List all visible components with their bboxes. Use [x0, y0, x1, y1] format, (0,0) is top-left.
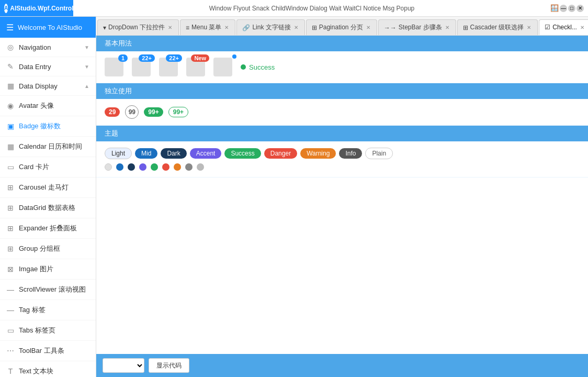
- badge-wrap-2: 22+: [132, 58, 151, 76]
- tab-close-checklist[interactable]: ✕: [579, 24, 585, 31]
- tab-link[interactable]: 🔗 Link 文字链接 ✕: [236, 19, 304, 35]
- theme-badge-accent[interactable]: Accent: [190, 148, 222, 159]
- sidebar-item-badge[interactable]: ▣ Badge 徽标数: [0, 116, 96, 137]
- app-container: ☰ Welcome To AIStudio ◎ Navigation ▼ ✎ D…: [0, 17, 588, 377]
- minimize-button[interactable]: —: [560, 5, 567, 12]
- theme-badge-warning[interactable]: Warning: [300, 148, 336, 159]
- data-entry-icon: ✎: [6, 62, 15, 71]
- expander-icon: ⊞: [6, 224, 15, 232]
- close-button[interactable]: ✕: [576, 5, 584, 12]
- success-text: Success: [249, 63, 275, 71]
- sidebar-item-group[interactable]: ⊞ Group 分组框: [0, 239, 96, 259]
- bottom-select[interactable]: [103, 358, 144, 373]
- color-dot-3: [139, 163, 146, 171]
- scrollviewer-icon: —: [6, 285, 15, 294]
- standalone-badge-3: 99+: [144, 107, 163, 117]
- tab-close-dropdown[interactable]: ✕: [167, 24, 173, 31]
- window-controls: 🪟 — □ ✕: [550, 4, 588, 12]
- color-dot-5: [162, 163, 169, 171]
- navigation-icon: ◎: [6, 43, 15, 51]
- expand-icon-2: ▼: [84, 64, 89, 70]
- sidebar-item-card[interactable]: ▭ Card 卡片: [0, 157, 96, 178]
- badge-wrap-3: 22+: [159, 58, 178, 76]
- tab-label-menu: Menu 菜单: [191, 23, 221, 32]
- dropdown-tab-icon: ▾: [103, 24, 106, 31]
- window-icon: 🪟: [550, 4, 559, 12]
- sidebar-title: Welcome To AIStudio: [18, 24, 82, 31]
- theme-section: Light Mid Dark Accent Success Danger War…: [96, 141, 588, 178]
- color-dot-1: [116, 163, 123, 171]
- tab-dropdown[interactable]: ▾ DropDown 下拉控件 ✕: [97, 19, 179, 35]
- calendar-icon: ▦: [6, 142, 15, 151]
- badge-count-1: 1: [118, 54, 128, 62]
- tab-cascader[interactable]: ⊞ Cascader 级联选择 ✕: [457, 19, 538, 35]
- sidebar-item-avatar[interactable]: ◉ Avatar 头像: [0, 96, 96, 116]
- color-dot-6: [174, 163, 181, 171]
- badge-wrap-1: 1: [105, 58, 123, 76]
- tab-label-cascader: Cascader 级联选择: [470, 23, 524, 32]
- tab-close-pagination[interactable]: ✕: [365, 24, 371, 31]
- tab-close-cascader[interactable]: ✕: [526, 24, 532, 31]
- section-header-standalone: 独立使用: [96, 83, 588, 99]
- pagination-tab-icon: ⊞: [312, 24, 317, 31]
- theme-badge-success[interactable]: Success: [224, 148, 261, 159]
- carousel-icon: ⊞: [6, 183, 15, 192]
- group-icon: ⊞: [6, 245, 15, 253]
- sidebar-label-calendar: Calendar 日历和时间: [19, 142, 82, 151]
- sidebar-label-card: Card 卡片: [19, 162, 49, 172]
- logo-text: AIStudio.Wpf.Controls: [10, 5, 77, 12]
- sidebar-label-text: Text 文本块: [19, 367, 53, 376]
- theme-badge-info[interactable]: Info: [339, 148, 362, 159]
- tab-stepbar[interactable]: →→ StepBar 步骤条 ✕: [378, 19, 456, 35]
- tab-pagination[interactable]: ⊞ Pagination 分页 ✕: [306, 19, 377, 35]
- sidebar-header: ☰ Welcome To AIStudio: [0, 17, 96, 38]
- sidebar-item-calendar[interactable]: ▦ Calendar 日历和时间: [0, 137, 96, 157]
- section-title-standalone: 独立使用: [105, 87, 132, 95]
- sidebar-item-scrollviewer[interactable]: — ScrollViewer 滚动视图: [0, 280, 96, 300]
- sidebar-item-tabs[interactable]: ▭ Tabs 标签页: [0, 320, 96, 341]
- color-dot-8: [197, 163, 204, 171]
- standalone-badges-row: 29 99 99+ 99+: [105, 105, 580, 119]
- tag-icon: —: [6, 306, 15, 314]
- sidebar-label-data-display: Data Display: [19, 82, 58, 90]
- standalone-badge-2: 99: [125, 105, 139, 119]
- sidebar-item-data-entry[interactable]: ✎ Data Entry ▼: [0, 57, 96, 76]
- tab-close-link[interactable]: ✕: [293, 24, 299, 31]
- show-code-button[interactable]: 显示代码: [149, 358, 189, 373]
- theme-badge-mid[interactable]: Mid: [135, 148, 157, 159]
- sidebar-item-text[interactable]: T Text 文本块: [0, 361, 96, 377]
- sidebar-item-navigation[interactable]: ◎ Navigation ▼: [0, 38, 96, 57]
- theme-badge-dark[interactable]: Dark: [161, 148, 186, 159]
- sidebar-item-toolbar[interactable]: ⋯ ToolBar 工具条: [0, 341, 96, 361]
- tab-menu[interactable]: ≡ Menu 菜单 ✕: [180, 19, 235, 35]
- tab-close-menu[interactable]: ✕: [223, 24, 230, 31]
- sidebar-item-carousel[interactable]: ⊞ Carousel 走马灯: [0, 178, 96, 198]
- theme-badge-light[interactable]: Light: [105, 148, 132, 159]
- tab-label-checklist: Checkl...: [552, 24, 577, 31]
- maximize-button[interactable]: □: [568, 5, 575, 12]
- main-area: ▾ DropDown 下拉控件 ✕ ≡ Menu 菜单 ✕ 🔗 Link 文字链…: [96, 17, 588, 377]
- theme-badge-plain[interactable]: Plain: [365, 148, 393, 159]
- sidebar-item-tag[interactable]: — Tag 标签: [0, 300, 96, 320]
- tab-label-link: Link 文字链接: [252, 23, 290, 32]
- tab-close-stepbar[interactable]: ✕: [444, 24, 450, 31]
- sidebar-item-data-display[interactable]: ▦ Data Display ▲: [0, 76, 96, 96]
- avatar-icon: ◉: [6, 102, 15, 110]
- checklist-tab-icon: ☑: [545, 24, 550, 31]
- sidebar-item-expander[interactable]: ⊞ Expander 折叠面板: [0, 218, 96, 239]
- sidebar-label-scrollviewer: ScrollViewer 滚动视图: [19, 285, 86, 294]
- tab-label-pagination: Pagination 分页: [319, 23, 363, 32]
- theme-badges-row: Light Mid Dark Accent Success Danger War…: [105, 148, 580, 159]
- datagrid-icon: ⊞: [6, 204, 15, 212]
- tab-checklist[interactable]: ☑ Checkl... ✕: [539, 19, 588, 35]
- hamburger-icon[interactable]: ☰: [6, 23, 14, 32]
- toolbar-icon: ⋯: [6, 347, 15, 355]
- sidebar-item-imgae[interactable]: ⊠ Imgae 图片: [0, 259, 96, 280]
- badge-dot: [232, 54, 236, 59]
- sidebar-label-badge: Badge 徽标数: [19, 121, 61, 131]
- theme-badge-danger[interactable]: Danger: [264, 148, 297, 159]
- section-title-theme: 主题: [105, 129, 118, 137]
- link-tab-icon: 🔗: [242, 24, 250, 31]
- data-display-icon: ▦: [6, 82, 15, 90]
- sidebar-item-datagrid[interactable]: ⊞ DataGrid 数据表格: [0, 198, 96, 218]
